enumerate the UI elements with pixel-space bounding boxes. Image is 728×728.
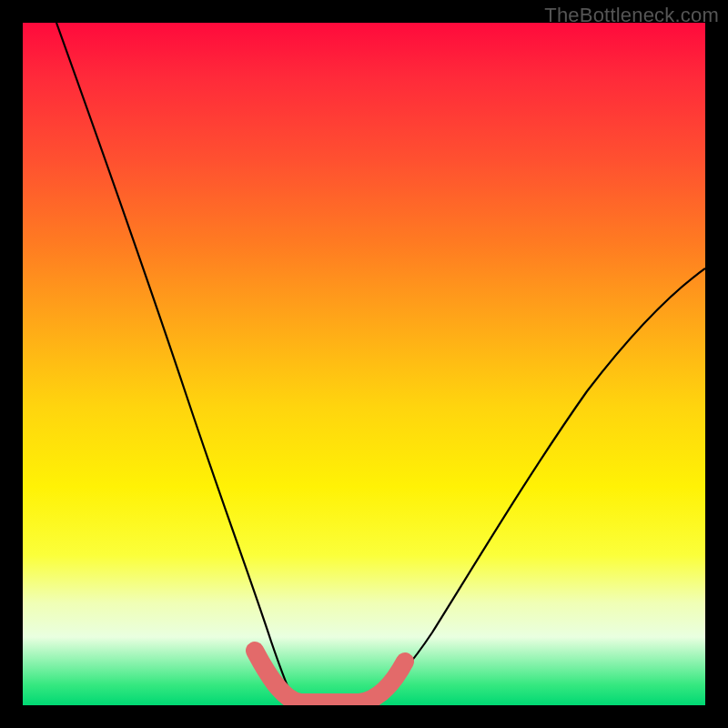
watermark-text: TheBottleneck.com <box>544 4 719 27</box>
right-curve <box>364 268 705 703</box>
chart-frame: TheBottleneck.com <box>0 0 728 728</box>
chart-curves <box>23 23 705 705</box>
left-curve <box>56 23 296 703</box>
